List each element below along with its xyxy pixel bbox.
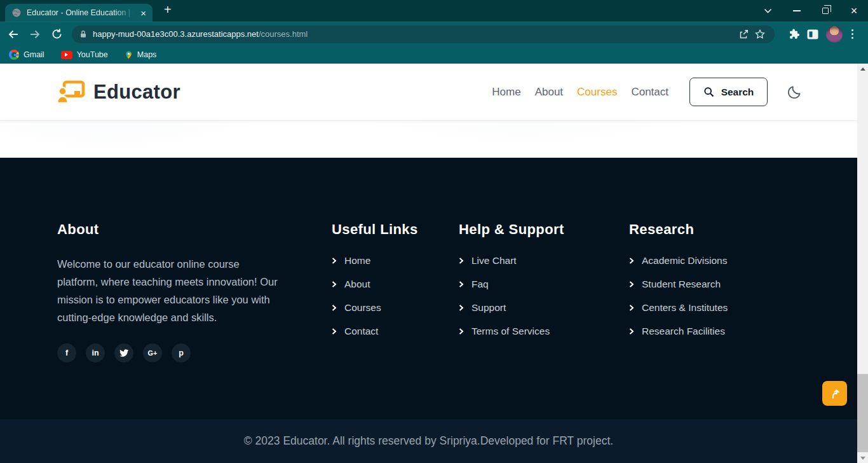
window-restore-button[interactable] bbox=[813, 0, 838, 22]
footer-link-about[interactable]: About bbox=[332, 279, 459, 290]
site-header: Educator Home About Courses Contact Sear… bbox=[0, 64, 868, 121]
tab-title: Educator - Online Education | Co bbox=[27, 8, 134, 17]
footer-link-live-chart[interactable]: Live Chart bbox=[459, 255, 629, 266]
page-section-remainder bbox=[0, 121, 868, 158]
maps-pin-icon bbox=[125, 50, 133, 60]
footer-link-faq[interactable]: Faq bbox=[459, 279, 629, 290]
site-footer: About Welcome to our educator online cou… bbox=[0, 158, 868, 419]
footer-link-home[interactable]: Home bbox=[332, 255, 459, 266]
footer-link-terms[interactable]: Terms of Services bbox=[459, 326, 629, 337]
bookmark-star-icon[interactable] bbox=[754, 29, 766, 40]
chevron-right-icon bbox=[629, 281, 634, 287]
footer-useful-links-column: Useful Links Home About Courses Contact bbox=[332, 221, 459, 419]
tab-search-chevron-icon[interactable] bbox=[755, 0, 780, 22]
address-bar[interactable]: happy-mud-00a1e3c00.3.azurestaticapps.ne… bbox=[72, 25, 775, 43]
share-icon[interactable] bbox=[738, 29, 749, 40]
copyright-text: © 2023 Educator. All rights reserved by … bbox=[244, 434, 613, 448]
facebook-icon[interactable]: f bbox=[57, 343, 76, 363]
footer-column-title: Help & Support bbox=[459, 221, 629, 238]
chalkboard-user-icon bbox=[57, 80, 85, 104]
browser-toolbar: happy-mud-00a1e3c00.3.azurestaticapps.ne… bbox=[0, 22, 868, 46]
footer-link-student-research[interactable]: Student Research bbox=[629, 279, 868, 290]
back-icon[interactable] bbox=[6, 28, 20, 41]
url-text: happy-mud-00a1e3c00.3.azurestaticapps.ne… bbox=[93, 29, 308, 39]
chevron-right-icon bbox=[629, 258, 634, 264]
chevron-right-icon bbox=[629, 305, 634, 311]
chevron-right-icon bbox=[459, 258, 464, 264]
refresh-icon[interactable] bbox=[50, 28, 64, 40]
pinterest-icon[interactable]: p bbox=[172, 343, 191, 363]
browser-titlebar: Educator - Online Education | Co × + × bbox=[0, 0, 868, 22]
chevron-right-icon bbox=[332, 328, 337, 335]
window-minimize-button[interactable] bbox=[784, 0, 810, 22]
social-links: f in G+ p bbox=[57, 343, 332, 363]
scroll-to-top-button[interactable] bbox=[822, 381, 847, 406]
browser-window: Educator - Online Education | Co × + × h… bbox=[0, 0, 868, 463]
chevron-right-icon bbox=[459, 305, 464, 311]
footer-link-courses[interactable]: Courses bbox=[332, 302, 459, 314]
forward-icon[interactable] bbox=[28, 28, 42, 41]
footer-link-centers-institutes[interactable]: Centers & Institutes bbox=[629, 302, 868, 314]
footer-link-contact[interactable]: Contact bbox=[332, 326, 459, 337]
nav-courses[interactable]: Courses bbox=[577, 86, 617, 99]
tab-close-icon[interactable]: × bbox=[139, 8, 147, 18]
footer-column-title: Research bbox=[629, 221, 868, 238]
brand-logo[interactable]: Educator bbox=[57, 80, 180, 104]
footer-about-text: Welcome to our educator online course pl… bbox=[57, 255, 278, 326]
linkedin-icon[interactable]: in bbox=[86, 343, 105, 363]
bookmark-maps[interactable]: Maps bbox=[125, 50, 157, 60]
main-nav: Home About Courses Contact bbox=[492, 86, 668, 99]
side-panel-icon[interactable] bbox=[806, 29, 819, 39]
lock-icon bbox=[79, 29, 88, 39]
footer-link-support[interactable]: Support bbox=[459, 302, 629, 314]
chevron-right-icon bbox=[332, 305, 337, 311]
brand-name: Educator bbox=[93, 81, 180, 104]
browser-menu-icon[interactable] bbox=[849, 27, 856, 41]
footer-about-column: About Welcome to our educator online cou… bbox=[57, 221, 332, 419]
new-tab-button[interactable]: + bbox=[164, 3, 172, 17]
profile-avatar[interactable] bbox=[826, 26, 843, 43]
arrow-turn-up-icon bbox=[829, 387, 841, 400]
browser-tab[interactable]: Educator - Online Education | Co × bbox=[5, 4, 153, 22]
twitter-icon[interactable] bbox=[114, 343, 133, 363]
window-close-button[interactable]: × bbox=[841, 0, 867, 22]
bookmark-gmail[interactable]: Gmail bbox=[9, 50, 44, 60]
footer-link-research-facilities[interactable]: Research Facilities bbox=[629, 326, 868, 337]
google-plus-icon[interactable]: G+ bbox=[143, 343, 162, 363]
footer-column-title: Useful Links bbox=[332, 221, 459, 238]
nav-contact[interactable]: Contact bbox=[631, 86, 668, 99]
chevron-right-icon bbox=[459, 328, 464, 335]
nav-home[interactable]: Home bbox=[492, 86, 520, 99]
search-button[interactable]: Search bbox=[689, 78, 768, 106]
page-scrollbar[interactable] bbox=[857, 64, 868, 463]
footer-help-support-column: Help & Support Live Chart Faq Support Te… bbox=[459, 221, 629, 419]
bookmark-youtube[interactable]: YouTube bbox=[61, 50, 108, 59]
youtube-icon bbox=[61, 51, 72, 59]
scrollbar-down-arrow-icon[interactable] bbox=[857, 453, 868, 463]
extensions-puzzle-icon[interactable] bbox=[787, 28, 800, 40]
nav-about[interactable]: About bbox=[535, 86, 563, 99]
theme-toggle-moon-icon[interactable] bbox=[787, 85, 802, 100]
google-g-icon bbox=[9, 50, 19, 60]
scrollbar-thumb[interactable] bbox=[857, 374, 868, 452]
chevron-right-icon bbox=[629, 328, 634, 335]
copyright-bar: © 2023 Educator. All rights reserved by … bbox=[0, 419, 868, 463]
search-icon bbox=[703, 86, 715, 98]
page-content: Educator Home About Courses Contact Sear… bbox=[0, 64, 868, 463]
site-favicon-globe-icon bbox=[11, 8, 22, 18]
footer-link-academic-divisions[interactable]: Academic Divisions bbox=[629, 255, 868, 266]
chevron-right-icon bbox=[332, 281, 337, 287]
chevron-right-icon bbox=[332, 258, 337, 264]
footer-about-title: About bbox=[57, 221, 332, 238]
search-button-label: Search bbox=[721, 86, 754, 98]
scrollbar-up-arrow-icon[interactable] bbox=[857, 64, 868, 74]
bookmarks-bar: Gmail YouTube Maps bbox=[0, 46, 868, 64]
chevron-right-icon bbox=[459, 281, 464, 287]
